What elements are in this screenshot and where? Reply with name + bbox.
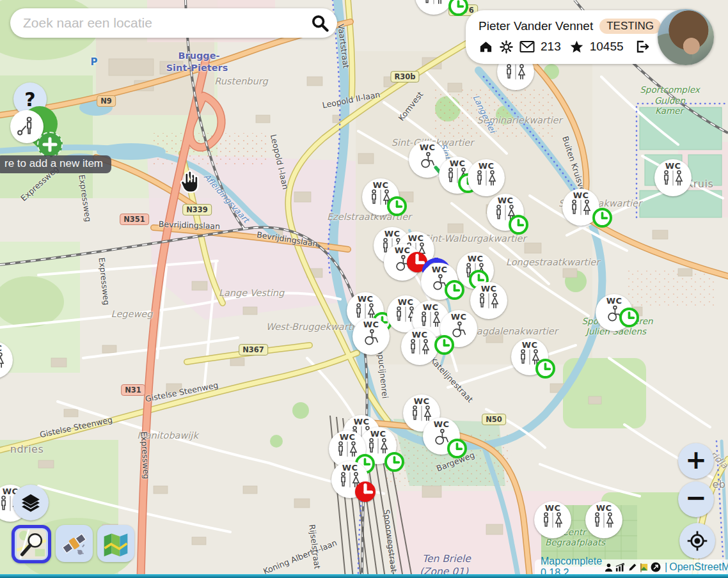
opening-hours-clock-badge[interactable] — [535, 359, 555, 379]
basemap-satellite-button[interactable] — [56, 525, 93, 562]
settings-gear-icon[interactable] — [499, 40, 514, 54]
user-avatar[interactable] — [658, 9, 714, 65]
wc-label: WC — [373, 181, 388, 189]
toilet-marker[interactable]: WC — [0, 341, 13, 379]
opening-hours-clock-badge[interactable] — [448, 0, 468, 16]
user-name[interactable]: Pieter Vander Vennet — [479, 19, 593, 33]
forum-icon[interactable] — [651, 562, 661, 572]
toilets-mf-icon — [408, 339, 431, 355]
messages-envelope-icon[interactable] — [519, 40, 535, 53]
chart-icon[interactable] — [615, 563, 626, 572]
attribution-bar: Mapcomplete 0.18.2 — [535, 559, 728, 575]
zoom-out-button[interactable]: − — [678, 481, 714, 517]
layers-button[interactable] — [13, 485, 49, 520]
testing-badge: TESTING — [599, 19, 661, 34]
opening-hours-clock-badge[interactable] — [447, 439, 467, 458]
wc-label: WC — [354, 418, 369, 426]
wc-label: WC — [384, 230, 400, 238]
wc-label: WC — [479, 162, 494, 170]
toilet-marker[interactable]: WC — [470, 282, 507, 319]
wc-label: WC — [432, 265, 447, 274]
wc-label: WC — [342, 464, 358, 472]
changeset-count: 10455 — [590, 40, 624, 54]
wc-label: WC — [398, 298, 413, 306]
wc-label: WC — [606, 297, 622, 305]
edit-pencil-icon[interactable] — [628, 563, 637, 572]
wc-label: WC — [665, 162, 681, 170]
geolocate-button[interactable] — [679, 523, 715, 559]
toilets-mf-icon — [336, 441, 359, 457]
search-icon[interactable] — [310, 13, 329, 33]
toilets-mf-icon — [419, 311, 442, 327]
opening-hours-clock-badge[interactable] — [387, 196, 407, 216]
toilets-mf-icon — [367, 438, 390, 454]
community-map-icon[interactable] — [639, 563, 649, 572]
openstreetmap-link[interactable]: OpenStreetMap — [669, 561, 728, 573]
search-input[interactable] — [22, 15, 310, 31]
wc-label: WC — [596, 504, 612, 512]
satellite-icon — [60, 529, 88, 558]
basemap-switcher — [12, 525, 134, 563]
wc-label: WC — [414, 397, 429, 405]
wc-label: WC — [0, 344, 2, 352]
wc-label: WC — [451, 313, 466, 321]
poi-marker-layer: WC WC — [0, 0, 728, 578]
toilets-mf-icon — [475, 170, 498, 186]
toilets-wheelchair-icon — [450, 321, 468, 338]
toilets-mf-icon — [569, 199, 592, 215]
toilets-mf-icon — [477, 293, 500, 309]
toilets-mf-icon — [422, 0, 445, 4]
toilet-marker[interactable]: WC — [468, 159, 505, 196]
add-plus-icon — [37, 132, 63, 157]
hand-cursor — [177, 168, 202, 195]
wc-label: WC — [412, 331, 427, 339]
wc-label: WC — [573, 191, 589, 199]
wc-label: WC — [358, 295, 373, 303]
statistics-icon[interactable] — [604, 563, 613, 572]
toilets-mf-icon — [661, 170, 684, 186]
toilet-marker[interactable]: WC — [534, 501, 571, 538]
opening-hours-clock-badge[interactable] — [434, 335, 454, 355]
toilet-marker[interactable]: WC — [585, 501, 622, 538]
zoom-in-button[interactable]: + — [678, 443, 714, 479]
bottom-edge-bar — [0, 574, 728, 578]
home-icon[interactable] — [479, 40, 493, 54]
search-bar — [10, 8, 337, 38]
opening-hours-clock-badge[interactable] — [384, 452, 404, 472]
toilet-marker[interactable]: WC — [654, 159, 692, 196]
wc-label: WC — [522, 341, 537, 349]
wc-label: WC — [545, 504, 560, 512]
wc-label: WC — [363, 320, 379, 329]
toilet-marker[interactable]: WC — [415, 0, 452, 15]
add-item-tooltip: re to add a new item — [0, 155, 111, 173]
toilet-marker[interactable]: WC — [352, 318, 390, 355]
opening-hours-clock-badge[interactable] — [592, 208, 612, 228]
logout-icon[interactable] — [635, 39, 650, 54]
toilets-mf-icon — [0, 352, 6, 368]
wc-label: WC — [450, 159, 465, 168]
opening-hours-clock-badge[interactable] — [619, 308, 639, 327]
opening-hours-clock-badge[interactable] — [509, 215, 528, 235]
basemap-map-button[interactable] — [97, 525, 134, 562]
wc-label: WC — [423, 303, 438, 311]
toilets-mf-icon — [410, 405, 433, 421]
opening-hours-clock-badge[interactable] — [445, 280, 464, 300]
toilets-mf-icon — [504, 64, 527, 80]
toilets-wheelchair-icon — [432, 428, 450, 446]
wc-label: WC — [340, 433, 355, 441]
wc-label: WC — [498, 196, 513, 205]
toilet-marker[interactable]: WC — [401, 328, 438, 365]
attribution-divider: | — [665, 561, 667, 573]
wc-label: WC — [468, 254, 483, 263]
folded-map-icon — [102, 529, 130, 558]
wc-label: WC — [420, 143, 435, 152]
star-icon[interactable] — [569, 40, 584, 54]
mapcomplete-app: Brugge-Sint-PietersRustenburgSint-Gillis… — [0, 0, 728, 578]
crosshair-icon — [686, 530, 708, 552]
wc-label: WC — [370, 430, 386, 438]
wc-label: WC — [408, 234, 423, 242]
basemap-carto-button[interactable] — [12, 525, 51, 563]
toilets-mf-icon — [541, 512, 564, 528]
opening-hours-clock-badge[interactable] — [355, 481, 376, 502]
messages-count: 213 — [541, 40, 561, 54]
